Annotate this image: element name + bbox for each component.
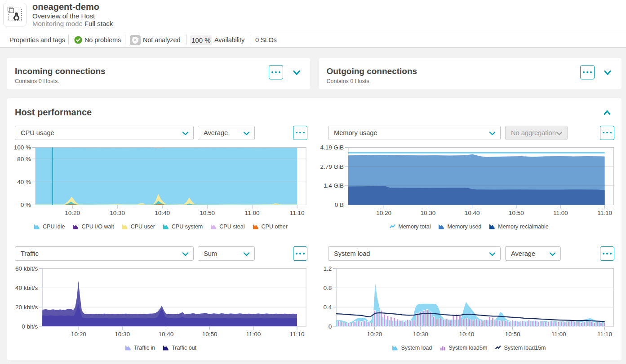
svg-text:40 %: 40 % <box>17 179 31 185</box>
svg-text:1.4 GiB: 1.4 GiB <box>324 182 344 189</box>
svg-text:100 %: 100 % <box>14 144 31 151</box>
svg-text:11:00: 11:00 <box>245 210 260 216</box>
svg-text:0 bit/s: 0 bit/s <box>22 323 38 330</box>
svg-text:0 %: 0 % <box>21 202 31 208</box>
svg-text:60 kbit/s: 60 kbit/s <box>15 265 38 272</box>
svg-text:20 kbit/s: 20 kbit/s <box>15 304 38 311</box>
svg-text:10:50: 10:50 <box>505 331 520 338</box>
svg-text:11:00: 11:00 <box>246 331 261 338</box>
svg-text:0: 0 <box>329 323 332 330</box>
svg-text:10:30: 10:30 <box>115 331 130 338</box>
svg-text:80 %: 80 % <box>17 156 31 162</box>
svg-text:10:30: 10:30 <box>413 331 428 338</box>
svg-text:10:20: 10:20 <box>376 210 391 216</box>
svg-text:10:20: 10:20 <box>71 331 86 338</box>
svg-text:10:30: 10:30 <box>421 210 436 216</box>
svg-text:40 kbit/s: 40 kbit/s <box>15 285 38 291</box>
svg-text:10:20: 10:20 <box>367 331 382 338</box>
svg-text:10:40: 10:40 <box>459 331 474 338</box>
svg-text:0.8: 0.8 <box>323 285 332 291</box>
svg-text:0 B: 0 B <box>335 202 344 208</box>
svg-text:10:50: 10:50 <box>509 210 524 216</box>
svg-text:11:10: 11:10 <box>597 210 612 216</box>
svg-text:10:40: 10:40 <box>155 210 170 216</box>
svg-text:11:10: 11:10 <box>290 331 305 338</box>
svg-text:10:20: 10:20 <box>65 210 80 216</box>
svg-text:0.4: 0.4 <box>323 304 332 311</box>
svg-text:4.19 GiB: 4.19 GiB <box>320 144 344 151</box>
svg-text:10:40: 10:40 <box>159 331 174 338</box>
svg-text:11:10: 11:10 <box>597 331 612 338</box>
svg-text:11:00: 11:00 <box>551 331 566 338</box>
svg-text:11:10: 11:10 <box>290 210 305 216</box>
svg-text:1.2: 1.2 <box>323 265 332 272</box>
svg-text:2.79 GiB: 2.79 GiB <box>320 163 344 170</box>
svg-text:10:40: 10:40 <box>465 210 480 216</box>
svg-text:10:50: 10:50 <box>200 210 215 216</box>
svg-text:10:30: 10:30 <box>110 210 125 216</box>
svg-text:10:50: 10:50 <box>202 331 218 338</box>
svg-text:11:00: 11:00 <box>553 210 568 216</box>
